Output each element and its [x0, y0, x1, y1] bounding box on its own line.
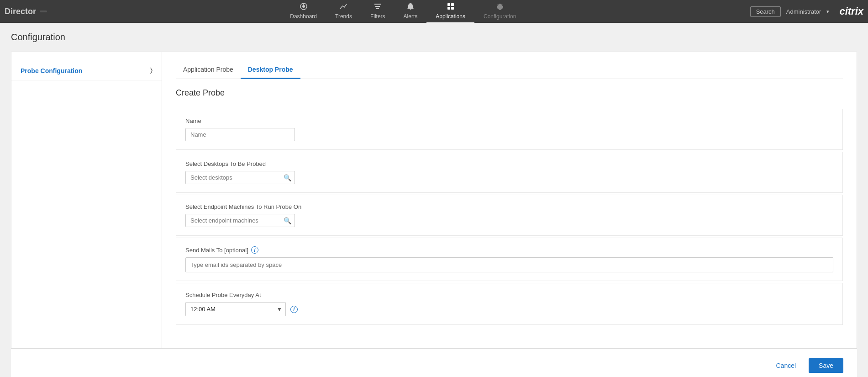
- nav-label-filters: Filters: [370, 13, 385, 20]
- svg-rect-7: [447, 3, 450, 6]
- form-section-schedule: Schedule Probe Everyday At 12:00 AM 1:00…: [176, 283, 843, 325]
- brand-name: Director: [5, 7, 36, 16]
- nav-label-trends: Trends: [335, 13, 352, 20]
- email-input[interactable]: [185, 257, 833, 272]
- endpoint-label: Select Endpoint Machines To Run Probe On: [185, 203, 833, 210]
- schedule-select[interactable]: 12:00 AM 1:00 AM 2:00 AM 3:00 AM 6:00 AM…: [185, 302, 286, 316]
- search-button[interactable]: Search: [750, 6, 781, 17]
- admin-dropdown[interactable]: Administrator: [786, 8, 821, 15]
- main-layout: Probe Configuration 〉 Application Probe …: [11, 52, 857, 349]
- page-title: Configuration: [11, 32, 857, 42]
- cancel-button[interactable]: Cancel: [768, 358, 803, 373]
- nav-label-configuration: Configuration: [484, 13, 516, 20]
- nav-items: Dashboard Trends Filters Alerts Applicat…: [56, 0, 750, 23]
- nav-label-dashboard: Dashboard: [290, 13, 317, 20]
- desktops-label: Select Desktops To Be Probed: [185, 160, 833, 167]
- brand: Director: [5, 7, 47, 16]
- configuration-icon: [496, 2, 504, 12]
- filters-icon: [374, 2, 382, 12]
- desktops-search-wrap: 🔍: [185, 171, 295, 184]
- email-info-icon[interactable]: i: [251, 246, 258, 254]
- form-section-desktops: Select Desktops To Be Probed 🔍: [176, 152, 843, 193]
- trends-icon: [339, 2, 347, 12]
- svg-point-1: [302, 5, 305, 8]
- svg-rect-4: [375, 6, 380, 7]
- form-section-endpoint: Select Endpoint Machines To Run Probe On…: [176, 195, 843, 236]
- email-label: Send Mails To [optional] i: [185, 246, 833, 254]
- brand-subtitle: [40, 11, 47, 12]
- nav-item-alerts[interactable]: Alerts: [395, 0, 427, 23]
- nav-item-trends[interactable]: Trends: [326, 0, 361, 23]
- sidebar-item-label: Probe Configuration: [21, 67, 82, 74]
- sidebar-item-probe-configuration[interactable]: Probe Configuration 〉: [11, 61, 162, 80]
- svg-rect-5: [376, 8, 379, 9]
- schedule-select-wrap: 12:00 AM 1:00 AM 2:00 AM 3:00 AM 6:00 AM…: [185, 302, 286, 316]
- chevron-right-icon: 〉: [150, 67, 153, 74]
- nav-label-applications: Applications: [436, 13, 465, 20]
- tab-bar: Application Probe Desktop Probe: [176, 61, 843, 79]
- topnav: Director Dashboard Trends Filters Aler: [0, 0, 868, 23]
- nav-label-alerts: Alerts: [404, 13, 418, 20]
- nav-item-dashboard[interactable]: Dashboard: [281, 0, 326, 23]
- form-section-name: Name: [176, 109, 843, 150]
- alerts-icon: [406, 2, 415, 12]
- endpoint-search-wrap: 🔍: [185, 214, 295, 227]
- name-label: Name: [185, 117, 833, 124]
- svg-rect-3: [374, 4, 381, 5]
- form-title: Create Probe: [176, 88, 843, 98]
- desktops-search-input[interactable]: [185, 171, 295, 184]
- schedule-label: Schedule Probe Everyday At: [185, 292, 833, 298]
- svg-rect-10: [451, 7, 454, 10]
- svg-rect-6: [410, 9, 411, 10]
- main-panel: Application Probe Desktop Probe Create P…: [162, 52, 857, 348]
- nav-item-filters[interactable]: Filters: [361, 0, 395, 23]
- tab-desktop-probe[interactable]: Desktop Probe: [241, 61, 300, 79]
- form-section-email: Send Mails To [optional] i: [176, 238, 843, 281]
- tab-application-probe[interactable]: Application Probe: [176, 61, 241, 79]
- schedule-info-icon[interactable]: i: [290, 306, 298, 313]
- save-button[interactable]: Save: [809, 358, 843, 373]
- citrix-logo: citrix: [839, 5, 863, 17]
- schedule-row: 12:00 AM 1:00 AM 2:00 AM 3:00 AM 6:00 AM…: [185, 302, 833, 316]
- dashboard-icon: [300, 2, 308, 12]
- admin-chevron-icon: ▾: [826, 9, 829, 15]
- nav-item-configuration: Configuration: [474, 0, 525, 23]
- topnav-right: Search Administrator ▾ citrix: [750, 5, 863, 17]
- svg-rect-9: [447, 7, 450, 10]
- svg-rect-8: [451, 3, 454, 6]
- endpoint-search-input[interactable]: [185, 214, 295, 227]
- page-content: Configuration Probe Configuration 〉 Appl…: [0, 23, 868, 377]
- applications-icon: [447, 2, 455, 12]
- footer-actions: Cancel Save: [11, 349, 857, 377]
- sidebar: Probe Configuration 〉: [11, 52, 162, 348]
- name-input[interactable]: [185, 128, 295, 141]
- nav-item-applications[interactable]: Applications: [426, 0, 474, 23]
